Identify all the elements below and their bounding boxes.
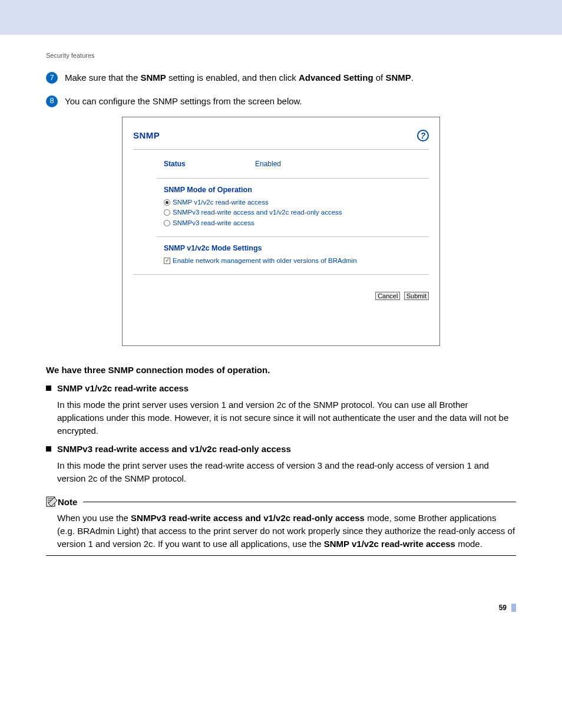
page-header-band-inner bbox=[0, 0, 562, 34]
text: of bbox=[373, 73, 386, 83]
snmp-bold-2: SNMP bbox=[385, 73, 411, 83]
radio-label: SNMP v1/v2c read-write access bbox=[173, 197, 269, 207]
step-8: 8 You can configure the SNMP settings fr… bbox=[46, 95, 516, 108]
section-heading: Security features bbox=[46, 51, 516, 61]
panel-header: SNMP ? bbox=[133, 129, 429, 150]
v1v2c-mode-settings-title: SNMP v1/v2c Mode Settings bbox=[164, 243, 429, 253]
square-bullet-icon bbox=[46, 446, 51, 452]
page-footer: 59 bbox=[46, 603, 516, 613]
mode-of-operation-section: SNMP Mode of Operation SNMP v1/v2c read-… bbox=[133, 185, 429, 228]
status-label: Status bbox=[164, 159, 255, 169]
note-footer-rule bbox=[46, 555, 516, 556]
mode-1-item: SNMP v1/v2c read-write access bbox=[46, 382, 516, 395]
checkbox-icon: ✓ bbox=[164, 258, 170, 264]
radio-icon bbox=[164, 199, 170, 206]
text: setting is enabled, and then click bbox=[166, 73, 299, 83]
cancel-button[interactable]: Cancel bbox=[375, 292, 400, 300]
v1v2c-mode-settings-section: SNMP v1/v2c Mode Settings ✓ Enable netwo… bbox=[133, 243, 429, 266]
modes-intro: We have three SNMP connection modes of o… bbox=[46, 364, 516, 377]
mode-1-body: In this mode the print server uses versi… bbox=[57, 398, 516, 437]
text: Make sure that the bbox=[65, 73, 140, 83]
note-bold-2: SNMP v1/v2c read-write access bbox=[324, 539, 455, 549]
note-body: When you use the SNMPv3 read-write acces… bbox=[57, 512, 516, 550]
radio-label: SNMPv3 read-write access bbox=[173, 218, 254, 228]
submit-button[interactable]: Submit bbox=[404, 292, 429, 300]
note-block: Note When you use the SNMPv3 read-write … bbox=[46, 496, 516, 556]
note-bold-1: SNMPv3 read-write access and v1/v2c read… bbox=[131, 513, 365, 523]
page-content: Security features 6 7 Make sure that the… bbox=[0, 35, 562, 613]
square-bullet-icon bbox=[46, 386, 51, 391]
radio-icon bbox=[164, 220, 170, 226]
note-label: Note bbox=[58, 496, 77, 509]
mode-1-title: SNMP v1/v2c read-write access bbox=[57, 382, 189, 395]
mode-2-item: SNMPv3 read-write access and v1/v2c read… bbox=[46, 443, 516, 456]
page-number: 59 bbox=[499, 603, 507, 613]
enable-bradmin-checkbox[interactable]: ✓ Enable network management with older v… bbox=[164, 256, 429, 266]
snmp-bold: SNMP bbox=[140, 73, 166, 83]
panel-title: SNMP bbox=[133, 129, 160, 142]
panel-divider bbox=[133, 274, 429, 275]
step-number-badge: 7 bbox=[46, 72, 58, 84]
panel-divider bbox=[157, 178, 429, 179]
radio-v1v2c-rw[interactable]: SNMP v1/v2c read-write access bbox=[164, 197, 429, 207]
step-number-badge: 8 bbox=[46, 95, 58, 107]
status-row: Status Enabled bbox=[133, 159, 429, 169]
radio-icon bbox=[164, 209, 170, 216]
mode-2-body: In this mode the print server uses the r… bbox=[57, 459, 516, 485]
radio-v3-rw-v1v2c-ro[interactable]: SNMPv3 read-write access and v1/v2c read… bbox=[164, 207, 429, 218]
radio-v3-rw[interactable]: SNMPv3 read-write access bbox=[164, 218, 429, 228]
advanced-setting-bold: Advanced Setting bbox=[299, 73, 373, 83]
panel-divider bbox=[157, 236, 429, 237]
checkbox-label: Enable network management with older ver… bbox=[173, 256, 357, 266]
snmp-settings-panel: SNMP ? Status Enabled SNMP Mode of Opera… bbox=[122, 117, 440, 345]
text: When you use the bbox=[57, 513, 131, 523]
page-header-band bbox=[0, 0, 562, 34]
help-icon[interactable]: ? bbox=[417, 130, 429, 141]
panel-actions: Cancel Submit bbox=[373, 291, 429, 301]
note-icon bbox=[46, 496, 58, 507]
text: . bbox=[411, 73, 414, 83]
text: mode. bbox=[455, 539, 482, 549]
step-7: 7 Make sure that the SNMP setting is ena… bbox=[46, 71, 516, 84]
step-7-text: Make sure that the SNMP setting is enabl… bbox=[65, 71, 516, 84]
mode-of-operation-title: SNMP Mode of Operation bbox=[164, 185, 429, 195]
step-8-text: You can configure the SNMP settings from… bbox=[65, 95, 516, 108]
page-number-accent bbox=[511, 604, 516, 612]
status-value: Enabled bbox=[255, 159, 281, 169]
note-header-rule bbox=[83, 502, 516, 502]
mode-2-title: SNMPv3 read-write access and v1/v2c read… bbox=[57, 443, 291, 456]
radio-label: SNMPv3 read-write access and v1/v2c read… bbox=[173, 207, 342, 218]
note-header-row: Note bbox=[46, 496, 516, 509]
